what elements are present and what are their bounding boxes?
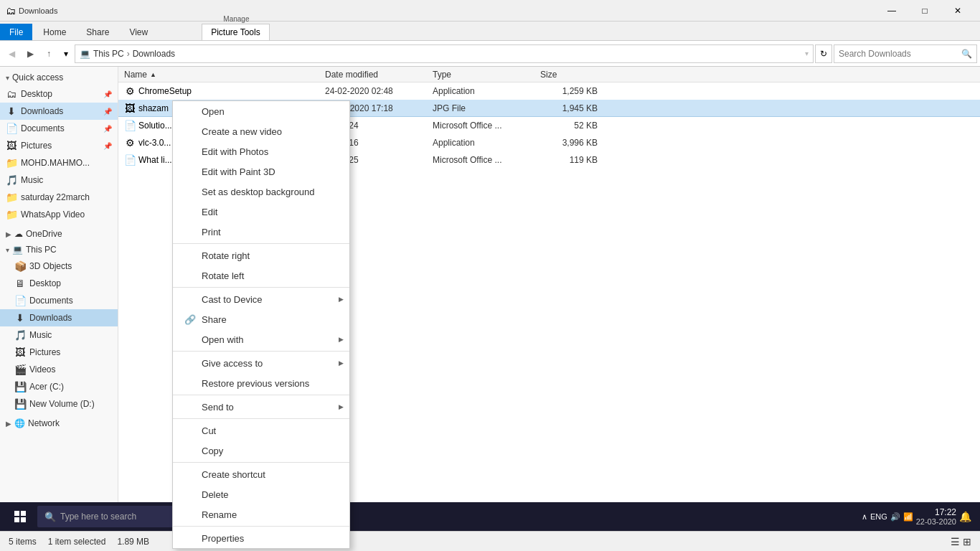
title-bar: 🗂 Downloads — □ ✕ xyxy=(0,0,980,22)
sidebar-item-documents-quick[interactable]: 📄 Documents 📌 xyxy=(0,120,118,137)
quick-access-header[interactable]: ▾ Quick access xyxy=(0,70,118,85)
music-pc-icon: 🎵 xyxy=(14,329,26,341)
whatsapp-icon: 📁 xyxy=(6,209,17,220)
maximize-button[interactable]: □ xyxy=(908,0,941,22)
music-icon: 🎵 xyxy=(6,174,17,186)
sidebar-item-pictures-pc[interactable]: 🖼 Pictures xyxy=(0,344,118,361)
ctx-give-access[interactable]: Give access to xyxy=(173,353,349,373)
sidebar-item-desktop-pc[interactable]: 🖥 Desktop xyxy=(0,275,118,292)
pictures-quick-icon: 🖼 xyxy=(6,140,17,151)
sidebar-item-saturday[interactable]: 📁 saturday 22march xyxy=(0,189,118,206)
sidebar-item-documents-pc[interactable]: 📄 Documents xyxy=(0,292,118,309)
file-row[interactable]: ⚙ ChromeSetup 24-02-2020 02:48 Applicati… xyxy=(118,83,980,100)
ctx-cast[interactable]: Cast to Device xyxy=(173,289,349,309)
ctx-delete-icon xyxy=(184,489,196,500)
tab-share[interactable]: Share xyxy=(77,24,118,40)
address-path[interactable]: 💻 This PC › Downloads ▾ xyxy=(75,44,814,63)
search-input[interactable] xyxy=(839,49,958,59)
sidebar-item-videos-pc[interactable]: 🎬 Videos xyxy=(0,361,118,378)
up-button[interactable]: ↑ xyxy=(40,45,57,62)
taskbar-network-icon[interactable]: 📶 xyxy=(903,512,913,522)
thispc-arrow: ▾ xyxy=(6,246,9,254)
grid-view-button[interactable]: ⊞ xyxy=(963,536,971,547)
ctx-divider-4 xyxy=(173,395,349,395)
start-button[interactable] xyxy=(3,502,37,531)
ctx-share[interactable]: 🔗 Share xyxy=(173,309,349,329)
pin-icon-docs: 📌 xyxy=(103,125,112,133)
path-downloads[interactable]: Downloads xyxy=(133,49,175,59)
close-button[interactable]: ✕ xyxy=(941,0,974,22)
ctx-set-desktop[interactable]: Set as desktop background xyxy=(173,182,349,202)
onedrive-header[interactable]: ▶ ☁ OneDrive xyxy=(0,226,118,242)
sidebar-item-pictures-quick[interactable]: 🖼 Pictures 📌 xyxy=(0,137,118,154)
recent-button[interactable]: ▾ xyxy=(59,47,73,61)
tab-file[interactable]: File xyxy=(0,24,32,40)
col-name-header[interactable]: Name ▲ xyxy=(124,70,325,80)
path-thispc[interactable]: This PC xyxy=(93,49,124,59)
sidebar-item-music-pc[interactable]: 🎵 Music xyxy=(0,326,118,344)
ctx-send-to-icon xyxy=(184,401,196,413)
sidebar-item-mohd[interactable]: 📁 MOHD.MAHMO... xyxy=(0,154,118,171)
videos-pc-icon: 🎬 xyxy=(14,364,26,375)
ctx-edit-paint[interactable]: Edit with Paint 3D xyxy=(173,161,349,182)
back-button[interactable]: ◀ xyxy=(3,45,20,62)
taskbar-search-label: Type here to search xyxy=(60,512,136,522)
ctx-cut[interactable]: Cut xyxy=(173,420,349,441)
selected-size: 1.89 MB xyxy=(117,537,149,547)
ctx-copy[interactable]: Copy xyxy=(173,441,349,461)
network-header[interactable]: ▶ 🌐 Network xyxy=(0,415,118,431)
ctx-edit-photos[interactable]: Edit with Photos xyxy=(173,141,349,161)
ctx-rotate-right[interactable]: Rotate right xyxy=(173,245,349,265)
notification-icon[interactable]: 🔔 xyxy=(959,511,971,522)
item-count: 5 items xyxy=(9,537,37,547)
ctx-rename[interactable]: Rename xyxy=(173,504,349,524)
ctx-open[interactable]: Open xyxy=(173,101,349,121)
sidebar-item-whatsapp[interactable]: 📁 WhatsApp Video xyxy=(0,206,118,223)
col-type-header[interactable]: Type xyxy=(433,70,540,80)
sidebar-item-downloads-quick[interactable]: ⬇ Downloads 📌 xyxy=(0,103,118,120)
ctx-properties[interactable]: Properties xyxy=(173,528,349,548)
svg-rect-1 xyxy=(21,511,26,516)
refresh-button[interactable]: ↻ xyxy=(815,44,832,63)
sidebar-item-downloads-pc[interactable]: ⬇ Downloads xyxy=(0,309,118,326)
thispc-icon: 💻 xyxy=(12,245,23,255)
network-arrow: ▶ xyxy=(6,420,11,428)
file-icon-what: 📄 xyxy=(124,154,136,166)
ctx-send-to[interactable]: Send to xyxy=(173,397,349,417)
sidebar-item-3dobjects[interactable]: 📦 3D Objects xyxy=(0,258,118,275)
ctx-rotate-left[interactable]: Rotate left xyxy=(173,265,349,286)
col-size-header[interactable]: Size xyxy=(540,70,598,80)
sidebar-item-desktop-quick[interactable]: 🗂 Desktop 📌 xyxy=(0,85,118,103)
search-box[interactable]: 🔍 xyxy=(834,44,977,63)
sidebar-item-newvolume[interactable]: 💾 New Volume (D:) xyxy=(0,395,118,413)
minimize-button[interactable]: — xyxy=(875,0,908,22)
tab-view[interactable]: View xyxy=(120,24,157,40)
view-toggle: ☰ ⊞ xyxy=(951,536,971,547)
taskbar-volume-icon[interactable]: 🔊 xyxy=(890,512,900,522)
path-dropdown-arrow[interactable]: ▾ xyxy=(805,50,809,57)
ctx-open-with[interactable]: Open with xyxy=(173,329,349,349)
sidebar-item-acer[interactable]: 💾 Acer (C:) xyxy=(0,378,118,395)
ctx-restore-versions[interactable]: Restore previous versions xyxy=(173,373,349,393)
3dobjects-icon: 📦 xyxy=(14,260,26,272)
taskbar-clock[interactable]: 17:22 22-03-2020 xyxy=(916,507,956,526)
taskbar-up-arrow[interactable]: ∧ xyxy=(862,512,867,522)
ctx-create-video[interactable]: Create a new video xyxy=(173,121,349,141)
taskbar-search[interactable]: 🔍 Type here to search xyxy=(37,506,195,527)
pin-icon-downloads: 📌 xyxy=(103,108,112,116)
thispc-label: This PC xyxy=(26,245,57,255)
forward-button[interactable]: ▶ xyxy=(22,45,39,62)
col-date-header[interactable]: Date modified xyxy=(325,70,433,80)
ctx-print[interactable]: Print xyxy=(173,222,349,242)
thispc-header[interactable]: ▾ 💻 This PC xyxy=(0,242,118,258)
tab-home[interactable]: Home xyxy=(34,24,75,40)
taskbar: 🔍 Type here to search ⊡ 📁 W ∧ ENG 🔊 📶 17… xyxy=(0,502,980,531)
ctx-edit[interactable]: Edit xyxy=(173,202,349,222)
list-view-button[interactable]: ☰ xyxy=(951,536,960,547)
ctx-create-shortcut[interactable]: Create shortcut xyxy=(173,464,349,484)
sidebar-item-music[interactable]: 🎵 Music xyxy=(0,171,118,189)
ctx-rotate-right-icon xyxy=(184,250,196,261)
ctx-print-icon xyxy=(184,226,196,237)
tab-picture-tools[interactable]: Picture Tools xyxy=(202,24,269,40)
ctx-delete[interactable]: Delete xyxy=(173,484,349,504)
